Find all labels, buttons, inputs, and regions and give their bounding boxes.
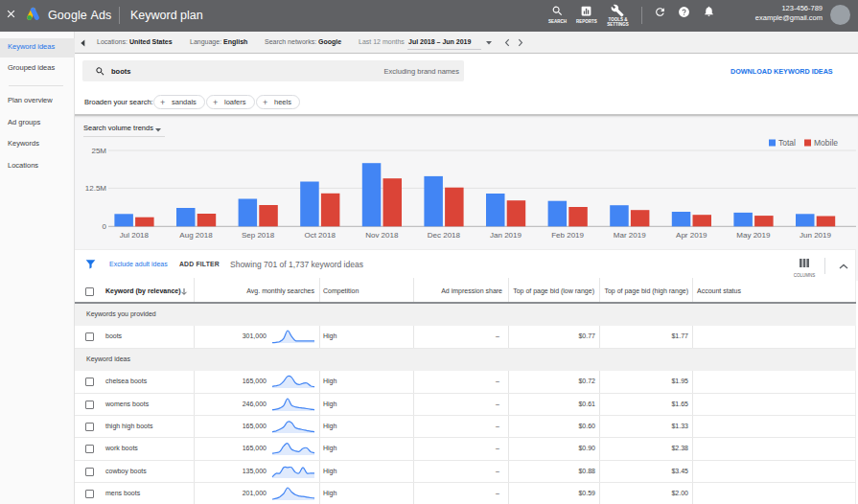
svg-text:Jan 2019: Jan 2019 [490, 231, 522, 240]
svg-text:Sep 2018: Sep 2018 [242, 231, 275, 240]
svg-text:0: 0 [103, 222, 107, 231]
svg-text:Dec 2018: Dec 2018 [428, 231, 461, 240]
svg-text:Oct 2018: Oct 2018 [304, 231, 336, 240]
svg-text:Jun 2019: Jun 2019 [800, 231, 831, 240]
svg-text:Jul 2018: Jul 2018 [120, 231, 150, 240]
svg-text:May 2019: May 2019 [736, 231, 771, 240]
svg-text:Nov 2018: Nov 2018 [365, 231, 399, 240]
svg-text:Total: Total [778, 138, 796, 148]
svg-text:Feb 2019: Feb 2019 [551, 231, 584, 240]
svg-text:Mobile: Mobile [814, 138, 838, 148]
svg-text:25M: 25M [91, 147, 106, 155]
svg-text:12.5M: 12.5M [85, 184, 107, 193]
svg-text:Mar 2019: Mar 2019 [614, 231, 646, 240]
svg-text:Apr 2019: Apr 2019 [676, 231, 707, 240]
svg-text:Aug 2018: Aug 2018 [179, 231, 213, 240]
